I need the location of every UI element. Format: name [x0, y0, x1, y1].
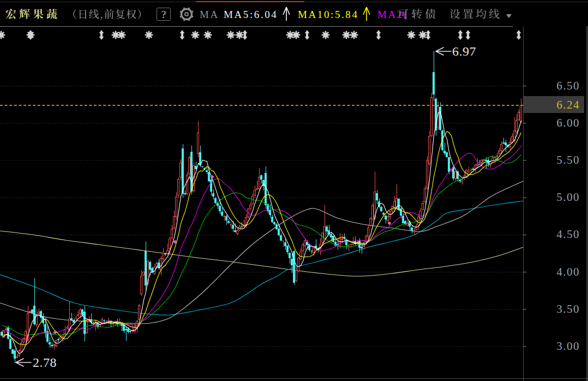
svg-text:3.00: 3.00 — [556, 340, 580, 353]
svg-text:6.97: 6.97 — [452, 44, 476, 58]
svg-text:2.78: 2.78 — [33, 355, 57, 370]
svg-text:4.00: 4.00 — [556, 265, 580, 278]
svg-text:6.24: 6.24 — [556, 98, 580, 111]
svg-text:MA10:5.84: MA10:5.84 — [298, 9, 359, 20]
svg-text:3.50: 3.50 — [556, 302, 580, 315]
svg-text:MA5:6.04: MA5:6.04 — [224, 9, 278, 20]
svg-text:5.00: 5.00 — [556, 190, 580, 204]
svg-text:MA: MA — [200, 9, 219, 20]
svg-text:6.50: 6.50 — [556, 79, 580, 92]
svg-text:4.50: 4.50 — [556, 228, 580, 241]
svg-text:?: ? — [161, 9, 166, 20]
svg-text:5.50: 5.50 — [556, 153, 580, 166]
svg-text:6.00: 6.00 — [556, 116, 580, 129]
svg-text:MA2(: MA2( — [377, 9, 409, 21]
